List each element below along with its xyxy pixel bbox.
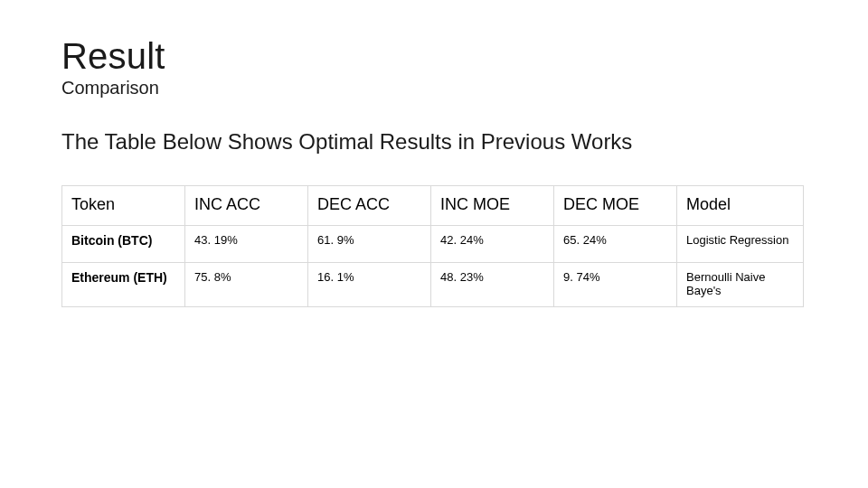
cell-token: Ethereum (ETH) <box>62 262 185 306</box>
cell-dec-acc: 16. 1% <box>308 262 431 306</box>
table-header-row: Token INC ACC DEC ACC INC MOE DEC MOE Mo… <box>62 185 804 225</box>
cell-dec-moe: 9. 74% <box>554 262 677 306</box>
header-model: Model <box>677 185 804 225</box>
cell-inc-acc: 43. 19% <box>185 225 308 262</box>
cell-inc-acc: 75. 8% <box>185 262 308 306</box>
cell-dec-moe: 65. 24% <box>554 225 677 262</box>
table-row: Ethereum (ETH) 75. 8% 16. 1% 48. 23% 9. … <box>62 262 804 306</box>
cell-model: Bernoulli Naive Baye's <box>677 262 804 306</box>
header-inc-acc: INC ACC <box>185 185 308 225</box>
header-dec-moe: DEC MOE <box>554 185 677 225</box>
cell-inc-moe: 42. 24% <box>431 225 554 262</box>
page-subtitle: Comparison <box>61 78 807 99</box>
cell-token: Bitcoin (BTC) <box>62 225 185 262</box>
header-token: Token <box>62 185 185 225</box>
cell-model: Logistic Regression <box>677 225 804 262</box>
table-row: Bitcoin (BTC) 43. 19% 61. 9% 42. 24% 65.… <box>62 225 804 262</box>
results-table: Token INC ACC DEC ACC INC MOE DEC MOE Mo… <box>61 185 804 307</box>
header-inc-moe: INC MOE <box>431 185 554 225</box>
cell-inc-moe: 48. 23% <box>431 262 554 306</box>
cell-dec-acc: 61. 9% <box>308 225 431 262</box>
page-title: Result <box>61 38 807 76</box>
header-dec-acc: DEC ACC <box>308 185 431 225</box>
table-caption: The Table Below Shows Optimal Results in… <box>61 129 807 155</box>
